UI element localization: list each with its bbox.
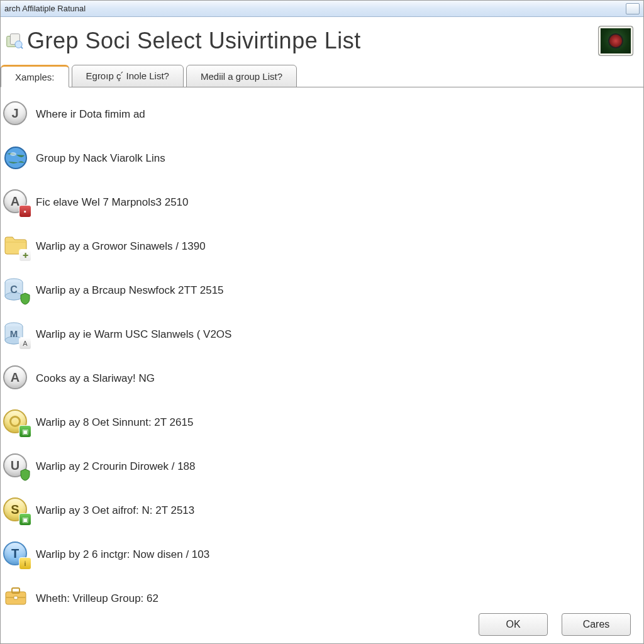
list-item[interactable]: T i Warlip by 2 6 inctgr: Now disen / 10… — [2, 533, 643, 577]
list-item[interactable]: U Warlip ay 2 Crourin Dirowek / 188 — [2, 445, 643, 489]
list-item-label: Warlip ay a Growor Sinawels / 1390 — [36, 240, 206, 253]
list-item-label: Warlip ay a Brcaup Neswfock 2TT 2515 — [36, 284, 224, 297]
database-m-icon: M A — [3, 321, 30, 348]
svg-point-4 — [5, 147, 26, 169]
letter-u-icon: U — [3, 453, 30, 480]
ok-button[interactable]: OK — [479, 613, 548, 636]
folder-icon: ✚ — [3, 233, 30, 260]
list-item[interactable]: A ▪ Fic elave Wel 7 Marpnols3 2510 — [2, 180, 643, 225]
coin-ring-icon: ▣ — [3, 409, 30, 436]
tab-label: Xamples: — [15, 72, 55, 82]
database-c-icon: C — [3, 277, 30, 304]
cancel-button[interactable]: Cares — [562, 613, 631, 636]
letter-a-icon: A ▪ — [3, 189, 30, 216]
list-item[interactable]: Group by Nack Viarolk Lins — [2, 136, 643, 180]
list-item-label: Fic elave Wel 7 Marpnols3 2510 — [36, 196, 189, 209]
shield-icon — [19, 292, 31, 305]
list-item-label: Warlip ay 8 Oet Sinnunt: 2T 2615 — [36, 416, 193, 429]
green-badge-icon: ▣ — [19, 426, 31, 437]
red-badge-icon: ▪ — [19, 206, 31, 217]
tab-medil[interactable]: Mediil a group List? — [186, 65, 297, 87]
dialog-window: arch Affilatiple Ratunal Grep Soci Selec… — [0, 0, 644, 644]
list-item-label: Warlip ay 3 Oet aifrof: N: 2T 2513 — [36, 504, 194, 517]
list-item[interactable]: A Cooks ay a Slariway! NG — [2, 357, 643, 401]
a-badge-icon: A — [19, 338, 31, 349]
list-item-label: Group by Nack Viarolk Lins — [36, 152, 165, 165]
tab-examples[interactable]: Xamples: — [1, 65, 69, 87]
tab-strip: Xamples: Egroıp ç՛ Inole List? Mediil a … — [1, 60, 643, 87]
svg-rect-15 — [14, 596, 18, 599]
svg-point-5 — [10, 152, 16, 156]
plus-badge-icon: ✚ — [19, 250, 31, 261]
shield-icon — [19, 469, 31, 481]
list-item[interactable]: C Warlip ay a Brcaup Neswfock 2TT 2515 — [2, 269, 643, 313]
list-item[interactable]: Wheth: Vrilleup Group: 62 — [2, 577, 643, 611]
app-logo — [598, 26, 633, 56]
letter-j-icon: J — [3, 101, 30, 128]
title-bar[interactable]: arch Affilatiple Ratunal — [1, 1, 643, 17]
list-item-label: Wheth: Vrilleup Group: 62 — [36, 592, 158, 605]
info-badge-icon: i — [19, 558, 31, 569]
tab-label: Egroıp ç՛ Inole List? — [86, 70, 169, 82]
tab-egroup[interactable]: Egroıp ç՛ Inole List? — [72, 65, 184, 87]
svg-line-3 — [21, 47, 23, 48]
letter-s-icon: S ▣ — [3, 497, 30, 524]
button-label: Cares — [583, 619, 610, 630]
list-item-label: Warlip by 2 6 inctgr: Now disen / 103 — [36, 548, 209, 561]
list-item[interactable]: J Where ir Dota fimim ad — [2, 92, 643, 136]
list-item[interactable]: ✚ Warlip ay a Growor Sinawels / 1390 — [2, 225, 643, 269]
header-icon — [4, 31, 23, 50]
list-item[interactable]: M A Warlip ay ie Warm USC Slanwels ( V2O… — [2, 313, 643, 357]
button-label: OK — [506, 619, 520, 630]
green-badge-icon: ▣ — [19, 514, 31, 525]
globe-icon — [3, 145, 30, 172]
tab-label: Mediil a group List? — [201, 71, 282, 82]
letter-t-icon: T i — [3, 541, 30, 568]
svg-text:M: M — [10, 328, 18, 339]
briefcase-icon — [3, 586, 30, 611]
list-item-label: Warlip ay ie Warm USC Slanwels ( V2OS — [36, 328, 231, 341]
window-title: arch Affilatiple Ratunal — [4, 4, 86, 13]
example-list: J Where ir Dota fimim ad Group by Nack V… — [1, 87, 643, 611]
header: Grep Soci Select Usivirtinpe List — [1, 17, 643, 60]
page-title: Grep Soci Select Usivirtinpe List — [27, 28, 361, 54]
dialog-footer: OK Cares — [1, 611, 643, 643]
list-item-label: Cooks ay a Slariway! NG — [36, 372, 155, 385]
close-window-button[interactable] — [626, 3, 640, 14]
list-item-label: Where ir Dota fimim ad — [36, 108, 145, 121]
svg-text:C: C — [10, 284, 18, 295]
list-item[interactable]: S ▣ Warlip ay 3 Oet aifrof: N: 2T 2513 — [2, 489, 643, 533]
list-item-label: Warlip ay 2 Crourin Dirowek / 188 — [36, 460, 196, 473]
list-item[interactable]: ▣ Warlip ay 8 Oet Sinnunt: 2T 2615 — [2, 401, 643, 445]
letter-a-icon: A — [3, 365, 30, 392]
